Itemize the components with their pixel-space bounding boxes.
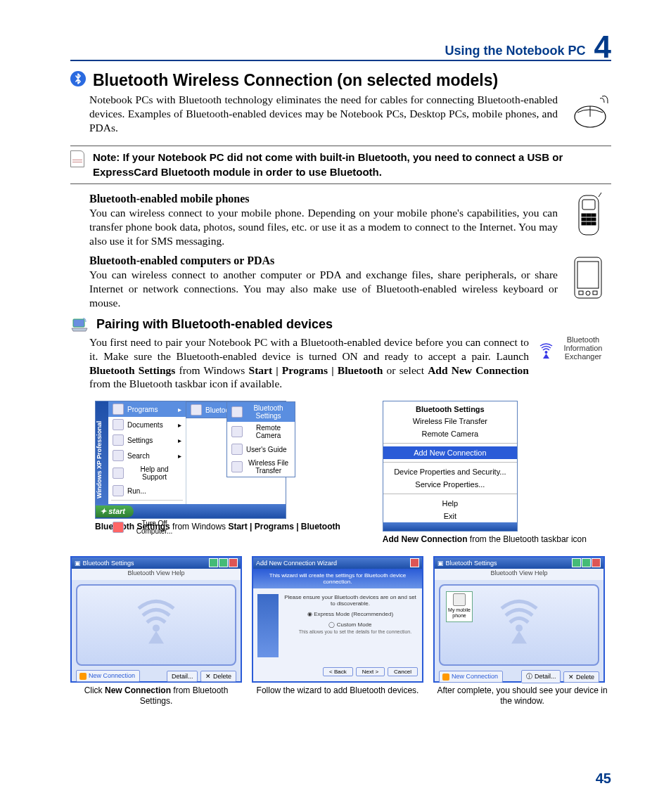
wizard-back-button[interactable]: < Back: [323, 667, 353, 676]
svg-rect-16: [579, 291, 583, 295]
info-exchanger-icon: Bluetooth Information Exchanger: [537, 335, 611, 391]
phones-body: You can wireless connect to your mobile …: [89, 206, 558, 247]
note-text: Note: If your Notebook PC did not come w…: [93, 150, 611, 179]
intro-paragraph: Notebook PCs with Bluetooth technology e…: [89, 93, 558, 134]
bt-settings-window-empty: ▣ Bluetooth Settings Bluetooth View Help: [70, 556, 242, 683]
add-new-connection-item[interactable]: Add New Connection: [383, 446, 517, 459]
caption-win1: Click New Connection from Bluetooth Sett…: [70, 685, 242, 707]
svg-point-19: [544, 351, 547, 354]
pdas-title: Bluetooth-enabled computers or PDAs: [89, 254, 558, 267]
svg-rect-14: [577, 262, 599, 288]
custom-mode-radio[interactable]: Custom Mode: [284, 621, 416, 628]
mouse-illustration: [566, 93, 611, 134]
svg-point-21: [516, 625, 523, 632]
pairing-heading: Pairing with Bluetooth-enabled devices: [96, 317, 611, 332]
svg-line-12: [599, 193, 601, 197]
pairing-paragraph: You first need to pair your Notebook PC …: [89, 335, 529, 391]
header-title: Using the Notebook PC: [445, 44, 586, 58]
svg-rect-7: [587, 218, 591, 221]
new-connection-button[interactable]: New Connection: [76, 670, 140, 682]
pda-illustration: [566, 254, 611, 309]
pdas-body: You can wireless connect to another comp…: [89, 268, 558, 309]
note-icon: [70, 150, 84, 167]
delete-button[interactable]: ✕ Delete: [200, 671, 236, 682]
svg-point-15: [586, 291, 590, 295]
start-menu-programs[interactable]: Programs▸: [108, 401, 186, 417]
svg-rect-18: [73, 319, 84, 327]
svg-rect-17: [593, 291, 597, 295]
page-number: 45: [596, 771, 611, 787]
bt-settings-window-paired: ▣ Bluetooth Settings Bluetooth View Help…: [433, 556, 605, 683]
paired-device-icon[interactable]: My mobile phone: [446, 591, 473, 622]
svg-rect-6: [582, 218, 586, 221]
wizard-cancel-button[interactable]: Cancel: [388, 667, 418, 676]
section-heading: Bluetooth Wireless Connection (on select…: [93, 71, 611, 90]
svg-point-20: [153, 625, 160, 632]
svg-rect-11: [592, 222, 596, 225]
svg-rect-3: [582, 214, 586, 217]
bluetooth-icon: [70, 71, 86, 86]
start-button[interactable]: ✦ start: [96, 505, 134, 517]
svg-rect-2: [582, 200, 595, 210]
add-connection-wizard: Add New Connection Wizard This wizard wi…: [252, 556, 423, 683]
detail-button[interactable]: Detail...: [167, 671, 198, 682]
laptop-icon: [70, 317, 89, 334]
start-menu-bluetooth[interactable]: Bluetooth▸: [186, 402, 227, 418]
start-menu-bt-settings[interactable]: Bluetooth Settings: [227, 402, 295, 422]
caption-win3: After complete, you should see your devi…: [433, 685, 611, 707]
start-menu-screenshot: Windows XP Professional Programs▸ Docume…: [95, 401, 286, 519]
svg-rect-9: [582, 222, 586, 225]
svg-rect-10: [587, 222, 591, 225]
caption-context-menu: Add New Connection from the Bluetooth ta…: [383, 534, 587, 545]
svg-rect-4: [587, 214, 591, 217]
chapter-number: 4: [594, 37, 611, 58]
svg-rect-5: [592, 214, 596, 217]
express-mode-radio[interactable]: Express Mode (Recommended): [284, 611, 416, 617]
svg-rect-8: [592, 218, 596, 221]
caption-win2: Follow the wizard to add Bluetooth devic…: [252, 685, 423, 696]
taskbar-context-menu: Bluetooth Settings Wireless File Transfe…: [383, 401, 518, 531]
wizard-next-button[interactable]: Next >: [356, 667, 385, 676]
phones-title: Bluetooth-enabled mobile phones: [89, 193, 558, 205]
phone-illustration: [566, 193, 611, 247]
